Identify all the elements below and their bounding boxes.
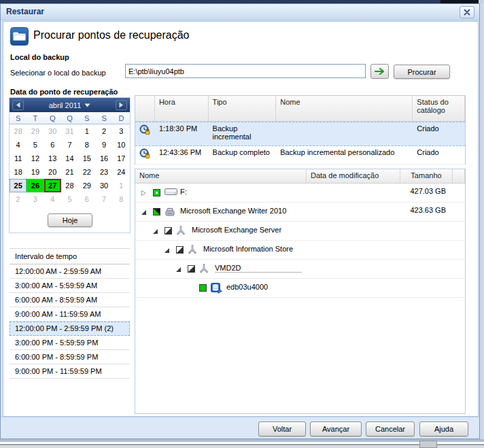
column-header[interactable]: Tamanho bbox=[400, 169, 453, 183]
tree-row[interactable]: Microsoft Exchange Server bbox=[135, 222, 465, 241]
recovery-point-row[interactable]: 1:18:30 PMBackup incrementalCriado bbox=[135, 122, 465, 146]
calendar-day[interactable]: 18 bbox=[10, 165, 27, 179]
cancel-button[interactable]: Cancelar bbox=[366, 421, 415, 436]
tree-row[interactable]: Microsoft Information Store bbox=[135, 241, 465, 260]
calendar-day[interactable]: 5 bbox=[27, 138, 44, 152]
help-button[interactable]: Ajuda bbox=[419, 421, 468, 436]
calendar-day[interactable]: 3 bbox=[27, 192, 44, 206]
go-button[interactable] bbox=[370, 64, 389, 79]
tree-checkbox[interactable] bbox=[188, 265, 195, 273]
calendar-day[interactable]: 16 bbox=[95, 152, 112, 165]
calendar-day[interactable]: 15 bbox=[78, 152, 95, 165]
cell-status: Criado bbox=[413, 146, 465, 158]
expand-icon[interactable] bbox=[141, 190, 147, 196]
calendar-weekday-row: STQQSSD bbox=[10, 112, 130, 124]
calendar-day[interactable]: 21 bbox=[61, 165, 78, 179]
tree-checkbox[interactable] bbox=[153, 189, 160, 196]
calendar-day[interactable]: 28 bbox=[10, 124, 27, 138]
calendar-day[interactable]: 25 bbox=[10, 179, 27, 192]
tree-row[interactable]: edb03u4000 bbox=[135, 279, 465, 298]
calendar-day[interactable]: 26 bbox=[27, 179, 44, 192]
backup-path-input[interactable] bbox=[125, 64, 366, 78]
calendar-day[interactable]: 9 bbox=[95, 138, 112, 152]
calendar-day[interactable]: 30 bbox=[44, 124, 61, 138]
calendar-day[interactable]: 4 bbox=[10, 138, 27, 152]
calendar-next-button[interactable] bbox=[116, 100, 127, 110]
collapse-icon[interactable] bbox=[152, 228, 158, 234]
dialog-titlebar[interactable]: Restaurar bbox=[1, 4, 479, 20]
column-header[interactable]: Hora bbox=[155, 96, 209, 121]
calendar-day[interactable]: 27 bbox=[44, 179, 61, 192]
tree-checkbox[interactable] bbox=[199, 284, 207, 292]
column-header[interactable]: Nome bbox=[135, 169, 307, 183]
calendar-day[interactable]: 6 bbox=[44, 138, 61, 152]
tree-row[interactable]: VMD2D bbox=[135, 260, 465, 279]
calendar-day[interactable]: 4 bbox=[44, 192, 61, 206]
calendar-month-dropdown[interactable]: abril 2011 bbox=[49, 101, 91, 109]
time-range-item[interactable]: 3:00:00 AM - 5:59:59 AM bbox=[10, 279, 130, 293]
time-range-item[interactable]: 9:00:00 AM - 11:59:59 AM bbox=[10, 307, 130, 322]
calendar-day[interactable]: 7 bbox=[61, 138, 78, 152]
next-button[interactable]: Avançar bbox=[310, 421, 362, 436]
calendar-day[interactable]: 8 bbox=[113, 192, 130, 206]
calendar-day[interactable]: 13 bbox=[44, 152, 61, 165]
column-header[interactable]: Tipo bbox=[209, 96, 277, 121]
calendar-day[interactable]: 1 bbox=[113, 179, 130, 192]
backup-location-label: Selecionar o local do backup bbox=[10, 69, 106, 77]
browse-button[interactable]: Procurar bbox=[394, 65, 450, 79]
calendar-day[interactable]: 28 bbox=[61, 179, 78, 192]
calendar-day[interactable]: 22 bbox=[78, 165, 95, 179]
calendar-day[interactable]: 29 bbox=[27, 124, 44, 138]
calendar-prev-button[interactable] bbox=[12, 100, 24, 110]
calendar-day[interactable]: 31 bbox=[61, 124, 78, 138]
recovery-point-row[interactable]: 12:43:36 PMBackup completoBackup increme… bbox=[135, 146, 465, 165]
tree-row[interactable]: F:427.03 GB bbox=[135, 184, 465, 203]
time-range-item[interactable]: 3:00:00 PM - 5:59:59 PM bbox=[10, 336, 130, 350]
vss-icon bbox=[199, 264, 209, 275]
calendar-day[interactable]: 3 bbox=[113, 124, 130, 138]
time-range-item[interactable]: 6:00:00 AM - 8:59:59 AM bbox=[10, 293, 130, 307]
column-header[interactable]: Status do catálogo bbox=[413, 96, 465, 121]
calendar-day[interactable]: 30 bbox=[95, 179, 112, 192]
column-header-filler[interactable] bbox=[453, 169, 465, 183]
calendar: abril 2011 STQQSSD 282930311234567891011… bbox=[9, 97, 131, 233]
tree-checkbox[interactable] bbox=[153, 208, 160, 216]
calendar-day[interactable]: 8 bbox=[78, 138, 95, 152]
calendar-day[interactable]: 11 bbox=[10, 152, 27, 165]
calendar-day[interactable]: 12 bbox=[27, 152, 44, 165]
calendar-day[interactable]: 17 bbox=[113, 152, 130, 165]
calendar-day[interactable]: 10 bbox=[113, 138, 130, 152]
time-range-item[interactable]: 6:00:00 PM - 8:59:59 PM bbox=[10, 350, 130, 364]
calendar-day[interactable]: 23 bbox=[95, 165, 112, 179]
calendar-day[interactable]: 5 bbox=[61, 192, 78, 206]
time-range-item[interactable]: 9:00:00 PM - 11:59:59 PM bbox=[10, 364, 130, 379]
tree-checkbox[interactable] bbox=[165, 227, 172, 235]
calendar-day[interactable]: 7 bbox=[95, 192, 112, 206]
calendar-day[interactable]: 19 bbox=[27, 165, 44, 179]
collapse-icon[interactable] bbox=[141, 209, 147, 215]
tree-node-label: edb03u4000 bbox=[226, 283, 268, 291]
calendar-day[interactable]: 2 bbox=[10, 192, 27, 206]
column-header[interactable]: Data de modificação bbox=[307, 169, 400, 183]
collapse-icon[interactable] bbox=[175, 266, 182, 272]
calendar-day[interactable]: 24 bbox=[113, 165, 130, 179]
column-header-icon[interactable] bbox=[135, 96, 155, 121]
time-range-item[interactable]: 12:00:00 AM - 2:59:59 AM bbox=[10, 264, 130, 279]
calendar-day[interactable]: 29 bbox=[78, 179, 95, 192]
calendar-weekday: D bbox=[113, 112, 130, 124]
backup-clock-lock-icon bbox=[139, 124, 150, 135]
column-header[interactable]: Nome bbox=[276, 96, 413, 121]
calendar-day[interactable]: 1 bbox=[78, 124, 95, 138]
calendar-day[interactable]: 6 bbox=[78, 192, 95, 206]
tree-checkbox[interactable] bbox=[176, 246, 184, 254]
time-range-item[interactable]: 12:00:00 PM - 2:59:59 PM (2) bbox=[10, 322, 130, 336]
close-button[interactable] bbox=[460, 6, 474, 18]
calendar-day[interactable]: 2 bbox=[95, 124, 112, 138]
calendar-day[interactable]: 20 bbox=[44, 165, 61, 179]
calendar-day[interactable]: 14 bbox=[61, 152, 78, 165]
tree-row[interactable]: Microsoft Exchange Writer 2010423.63 GB bbox=[135, 203, 465, 222]
today-button[interactable]: Hoje bbox=[48, 213, 92, 227]
back-button[interactable]: Voltar bbox=[258, 421, 306, 436]
calendar-weekday: S bbox=[10, 112, 27, 124]
collapse-icon[interactable] bbox=[164, 247, 170, 253]
